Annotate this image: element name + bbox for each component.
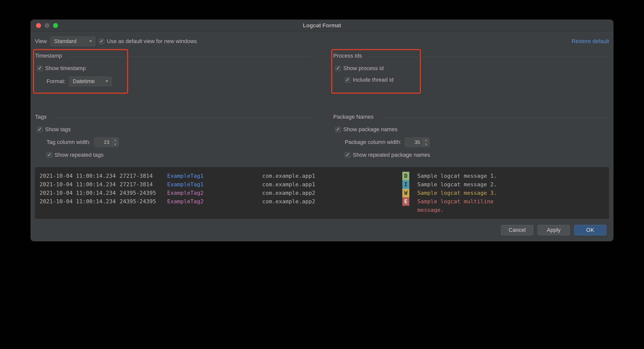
- format-label: Format:: [47, 78, 66, 85]
- show-package-names-checkbox[interactable]: Show package names: [335, 126, 609, 133]
- separator: [381, 118, 609, 118]
- checkbox-icon: [47, 152, 52, 158]
- show-tags-label: Show tags: [45, 126, 71, 133]
- checkbox-icon: [345, 152, 350, 158]
- checkbox-icon: [345, 77, 350, 83]
- view-select-value: Standard: [54, 38, 76, 45]
- package-width-stepper[interactable]: ▲▼: [405, 138, 429, 147]
- view-label: View: [35, 38, 47, 45]
- package-width-input[interactable]: [405, 138, 423, 146]
- dialog-window: Logcat Format View Standard Use as defau…: [31, 20, 613, 241]
- checkbox-icon: [37, 66, 43, 71]
- close-icon[interactable]: [36, 23, 41, 28]
- checkbox-icon: [335, 127, 341, 132]
- include-thread-id-checkbox[interactable]: Include thread id: [345, 77, 394, 83]
- separator: [68, 57, 311, 57]
- log-row: 2021-10-04 11:00:14.23427217-3814Example…: [40, 180, 604, 189]
- default-view-label: Use as default view for new windows: [107, 38, 197, 45]
- group-timestamp: Timestamp Show timestamp Format: Datetim…: [35, 51, 311, 86]
- show-timestamp-checkbox[interactable]: Show timestamp: [37, 65, 311, 72]
- titlebar: Logcat Format: [31, 20, 613, 32]
- show-tags-checkbox[interactable]: Show tags: [37, 126, 311, 133]
- group-tags: Tags Show tags Tag column width: ▲▼: [35, 96, 311, 158]
- view-select[interactable]: Standard: [50, 37, 95, 46]
- minimize-icon[interactable]: [45, 23, 50, 28]
- checkbox-icon: [99, 39, 104, 44]
- window-title: Logcat Format: [31, 22, 613, 29]
- default-view-checkbox[interactable]: Use as default view for new windows: [99, 38, 197, 45]
- dialog-footer: Cancel Apply OK: [35, 219, 609, 237]
- show-repeated-tags-checkbox[interactable]: Show repeated tags: [47, 152, 104, 158]
- separator: [368, 57, 609, 57]
- format-select[interactable]: Datetime: [69, 77, 112, 86]
- tag-width-stepper[interactable]: ▲▼: [94, 138, 119, 147]
- group-package-names: Package Names Show package names Package…: [333, 96, 609, 158]
- show-process-id-checkbox[interactable]: Show process id: [335, 65, 609, 72]
- top-toolbar: View Standard Use as default view for ne…: [35, 35, 609, 51]
- include-thread-id-label: Include thread id: [353, 77, 394, 83]
- log-row: 2021-10-04 11:00:14.23424395-24395Exampl…: [40, 197, 604, 206]
- show-package-names-label: Show package names: [343, 126, 397, 133]
- log-row: 2021-10-04 11:00:14.23427217-3814Example…: [40, 172, 604, 180]
- show-timestamp-label: Show timestamp: [45, 65, 86, 72]
- tag-width-input[interactable]: [94, 138, 112, 146]
- stepper-icon[interactable]: ▲▼: [112, 138, 118, 146]
- ok-button[interactable]: OK: [574, 225, 606, 235]
- maximize-icon[interactable]: [53, 23, 58, 28]
- format-select-value: Datetime: [73, 78, 95, 85]
- checkbox-icon: [335, 66, 341, 71]
- separator: [53, 118, 311, 118]
- show-repeated-packages-checkbox[interactable]: Show repeated package names: [345, 152, 430, 158]
- show-repeated-packages-label: Show repeated package names: [353, 152, 430, 158]
- cancel-button[interactable]: Cancel: [501, 225, 533, 235]
- checkbox-icon: [37, 127, 43, 132]
- show-repeated-tags-label: Show repeated tags: [55, 152, 104, 158]
- show-process-id-label: Show process id: [343, 65, 384, 72]
- settings-grid: Timestamp Show timestamp Format: Datetim…: [35, 51, 609, 158]
- window-controls: [36, 23, 58, 28]
- dialog-content: View Standard Use as default view for ne…: [31, 32, 613, 241]
- package-width-label: Package column width:: [345, 139, 401, 145]
- log-preview: 2021-10-04 11:00:14.23427217-3814Example…: [35, 167, 609, 219]
- tag-width-label: Tag column width:: [47, 139, 91, 145]
- stepper-icon[interactable]: ▲▼: [423, 138, 429, 146]
- apply-button[interactable]: Apply: [537, 225, 570, 235]
- restore-default-link[interactable]: Restore default: [572, 38, 609, 45]
- log-row: 2021-10-04 11:00:14.23424395-24395Exampl…: [40, 189, 604, 197]
- group-process-ids: Process Ids Show process id Include thre…: [333, 51, 609, 86]
- log-row-continuation: message.: [40, 206, 604, 214]
